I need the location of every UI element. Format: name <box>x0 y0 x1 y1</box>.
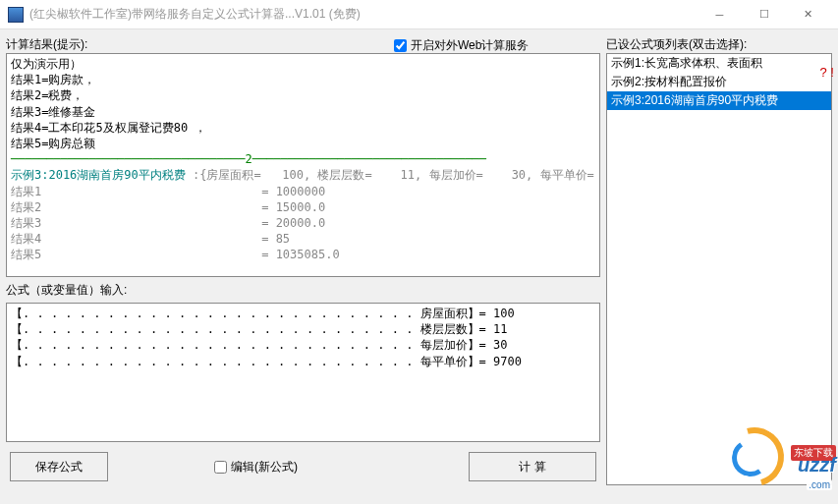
formula-input[interactable]: 【. . . . . . . . . . . . . . . . . . . .… <box>6 303 600 442</box>
titlebar: (红尖椒软件工作室)带网络服务自定义公式计算器...V1.01 (免费) ─ ☐… <box>0 0 838 29</box>
results-label: 计算结果(提示): <box>6 36 87 53</box>
window-controls: ─ ☐ ✕ <box>698 1 830 28</box>
list-item[interactable]: 示例1:长宽高求体积、表面积 <box>607 54 831 73</box>
result-2: 结果2 = 15000.0 <box>11 200 325 214</box>
separator-line: ─────────────────────────────────2──────… <box>11 152 486 166</box>
webservice-checkbox[interactable] <box>394 39 407 52</box>
formula-input-text: 【. . . . . . . . . . . . . . . . . . . .… <box>11 307 522 368</box>
button-row: 保存公式 编辑(新公式) 计 算 <box>6 452 600 481</box>
help-icon[interactable]: ? ! <box>820 65 834 80</box>
result-4: 结果4 = 85 <box>11 232 290 246</box>
list-item[interactable]: 示例2:按材料配置报价 <box>607 73 831 91</box>
formula-list[interactable]: 示例1:长宽高求体积、表面积 示例2:按材料配置报价 示例3:2016湖南首房9… <box>606 53 832 485</box>
list-item[interactable]: 示例3:2016湖南首房90平内税费 <box>607 91 831 110</box>
input-label: 公式（或变量值）输入: <box>6 282 127 299</box>
app-icon <box>8 7 24 23</box>
edit-checkbox[interactable] <box>214 461 227 474</box>
save-button[interactable]: 保存公式 <box>10 452 108 481</box>
result-5: 结果5 = 1035085.0 <box>11 248 340 261</box>
results-hint: 仅为演示用） 结果1=购房款， 结果2=税费， 结果3=维修基金 结果4=工本印… <box>11 57 206 150</box>
example-title: 示例3:2016湖南首房90平内税费 <box>11 168 186 182</box>
calculate-button[interactable]: 计 算 <box>469 452 596 481</box>
minimize-button[interactable]: ─ <box>698 1 742 28</box>
maximize-button[interactable]: ☐ <box>742 1 786 28</box>
result-1: 结果1 = 1000000 <box>11 185 325 198</box>
list-label: 已设公式项列表(双击选择): <box>606 36 747 53</box>
example-params: :{房屋面积= 100, 楼层层数= 11, 每层加价= 30, 每平单价= 9… <box>186 168 600 182</box>
webservice-label: 开启对外Web计算服务 <box>411 37 529 54</box>
window-title: (红尖椒软件工作室)带网络服务自定义公式计算器...V1.01 (免费) <box>29 6 698 23</box>
results-textbox[interactable]: 仅为演示用） 结果1=购房款， 结果2=税费， 结果3=维修基金 结果4=工本印… <box>6 53 600 277</box>
close-button[interactable]: ✕ <box>786 1 830 28</box>
result-3: 结果3 = 20000.0 <box>11 216 325 230</box>
webservice-checkbox-row: 开启对外Web计算服务 <box>394 37 529 54</box>
edit-label: 编辑(新公式) <box>231 459 298 476</box>
